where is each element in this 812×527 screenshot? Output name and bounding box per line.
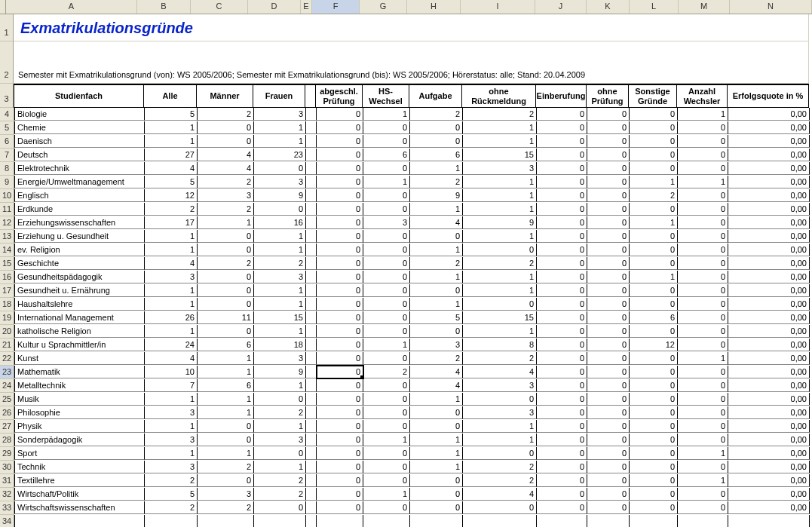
data-cell[interactable]: 0,00 xyxy=(728,325,810,338)
data-cell[interactable]: 4 xyxy=(410,379,463,392)
table-header[interactable]: Frauen xyxy=(253,84,305,108)
data-cell[interactable]: 0 xyxy=(537,108,587,121)
subject-cell[interactable]: Erdkunde xyxy=(14,203,145,216)
data-cell[interactable] xyxy=(306,420,317,433)
data-cell[interactable]: 6 xyxy=(198,339,254,351)
data-cell[interactable]: 2 xyxy=(198,257,254,270)
data-cell[interactable] xyxy=(306,406,317,419)
subject-cell[interactable]: Wirtschaftswissenschaften xyxy=(14,501,145,514)
data-cell[interactable]: 4 xyxy=(463,366,537,378)
data-cell[interactable]: 0 xyxy=(587,474,630,487)
data-cell[interactable] xyxy=(306,284,317,297)
data-cell[interactable]: 0 xyxy=(587,488,630,501)
empty-cell[interactable] xyxy=(630,515,678,527)
data-cell[interactable]: 3 xyxy=(363,216,410,229)
data-cell[interactable]: 0 xyxy=(587,447,630,460)
data-cell[interactable]: 0 xyxy=(587,121,630,134)
data-cell[interactable]: 0 xyxy=(363,461,410,473)
data-cell[interactable]: 2 xyxy=(145,474,198,487)
data-cell[interactable]: 0,00 xyxy=(728,216,810,229)
subject-cell[interactable]: ev. Religion xyxy=(14,244,145,256)
row-header-1[interactable]: 1 xyxy=(0,14,14,41)
row-header-22[interactable]: 22 xyxy=(0,352,14,366)
data-cell[interactable]: 2 xyxy=(254,488,306,501)
subject-cell[interactable]: Deutsch xyxy=(14,149,145,161)
subject-cell[interactable]: Physik xyxy=(14,420,145,433)
data-cell[interactable] xyxy=(306,257,317,270)
data-cell[interactable]: 0 xyxy=(630,366,678,378)
data-cell[interactable]: 0 xyxy=(198,271,254,283)
data-cell[interactable]: 2 xyxy=(410,176,463,188)
data-cell[interactable]: 0 xyxy=(537,216,587,229)
data-cell[interactable]: 1 xyxy=(145,298,198,311)
table-header[interactable]: Aufgabe xyxy=(409,84,462,108)
data-cell[interactable]: 0 xyxy=(363,162,410,175)
data-cell[interactable]: 0,00 xyxy=(728,162,810,175)
empty-cell[interactable] xyxy=(537,515,587,527)
data-cell[interactable] xyxy=(306,216,317,229)
data-cell[interactable]: 0 xyxy=(410,474,463,487)
subject-cell[interactable]: Biologie xyxy=(14,108,145,121)
data-cell[interactable]: 0 xyxy=(678,298,728,311)
data-cell[interactable]: 23 xyxy=(254,149,306,161)
data-cell[interactable]: 0 xyxy=(254,203,306,216)
data-cell[interactable]: 0 xyxy=(317,311,363,324)
table-header[interactable]: ohne Rückmeldung xyxy=(462,84,536,108)
data-cell[interactable] xyxy=(306,366,317,378)
data-cell[interactable]: 4 xyxy=(145,352,198,365)
data-cell[interactable]: 0 xyxy=(363,447,410,460)
col-header-J[interactable]: J xyxy=(535,0,587,14)
data-cell[interactable]: 2 xyxy=(198,108,254,121)
data-cell[interactable]: 0 xyxy=(630,447,678,460)
data-cell[interactable]: 3 xyxy=(198,189,254,202)
data-cell[interactable]: 2 xyxy=(363,366,410,378)
data-cell[interactable]: 0 xyxy=(587,406,630,419)
data-cell[interactable]: 2 xyxy=(630,189,678,202)
data-cell[interactable]: 0 xyxy=(587,189,630,202)
data-cell[interactable]: 0 xyxy=(317,474,363,487)
data-cell[interactable]: 1 xyxy=(254,230,306,243)
row-header-21[interactable]: 21 xyxy=(0,339,14,352)
data-cell[interactable]: 0,00 xyxy=(728,488,810,501)
data-cell[interactable]: 0 xyxy=(317,162,363,175)
data-cell[interactable]: 2 xyxy=(410,352,463,365)
data-cell[interactable]: 0 xyxy=(463,298,537,311)
empty-cell[interactable] xyxy=(678,515,728,527)
data-cell[interactable]: 0 xyxy=(630,325,678,338)
table-header[interactable]: abgeschl.Prüfung xyxy=(316,84,363,108)
data-cell[interactable] xyxy=(306,447,317,460)
subject-cell[interactable]: Sport xyxy=(14,447,145,460)
data-cell[interactable]: 0,00 xyxy=(728,434,810,446)
data-cell[interactable]: 0 xyxy=(254,501,306,514)
subject-cell[interactable]: Gesundheit u. Ernährung xyxy=(14,284,145,297)
row-header-20[interactable]: 20 xyxy=(0,325,14,339)
subject-cell[interactable]: Chemie xyxy=(14,121,145,134)
data-cell[interactable]: 4 xyxy=(198,162,254,175)
data-cell[interactable]: 0 xyxy=(587,271,630,283)
data-cell[interactable]: 0,00 xyxy=(728,461,810,473)
data-cell[interactable] xyxy=(306,474,317,487)
empty-cell[interactable] xyxy=(198,515,254,527)
data-cell[interactable]: 0 xyxy=(317,135,363,148)
data-cell[interactable]: 1 xyxy=(463,121,537,134)
data-cell[interactable]: 1 xyxy=(463,176,537,188)
row-header-10[interactable]: 10 xyxy=(0,189,14,203)
data-cell[interactable]: 1 xyxy=(254,244,306,256)
data-cell[interactable]: 8 xyxy=(463,339,537,351)
data-cell[interactable]: 0 xyxy=(317,325,363,338)
data-cell[interactable]: 1 xyxy=(363,434,410,446)
data-cell[interactable]: 0 xyxy=(410,488,463,501)
data-cell[interactable]: 0 xyxy=(317,379,363,392)
data-cell[interactable]: 0 xyxy=(587,257,630,270)
data-cell[interactable]: 0,00 xyxy=(728,284,810,297)
data-cell[interactable]: 0 xyxy=(678,216,728,229)
data-cell[interactable]: 0 xyxy=(363,352,410,365)
data-cell[interactable]: 0 xyxy=(587,366,630,378)
data-cell[interactable]: 0 xyxy=(587,501,630,514)
data-cell[interactable]: 1 xyxy=(254,121,306,134)
data-cell[interactable]: 0 xyxy=(537,189,587,202)
data-cell[interactable]: 0 xyxy=(587,203,630,216)
data-cell[interactable]: 0 xyxy=(537,339,587,351)
data-cell[interactable]: 1 xyxy=(463,135,537,148)
data-cell[interactable]: 0 xyxy=(410,325,463,338)
